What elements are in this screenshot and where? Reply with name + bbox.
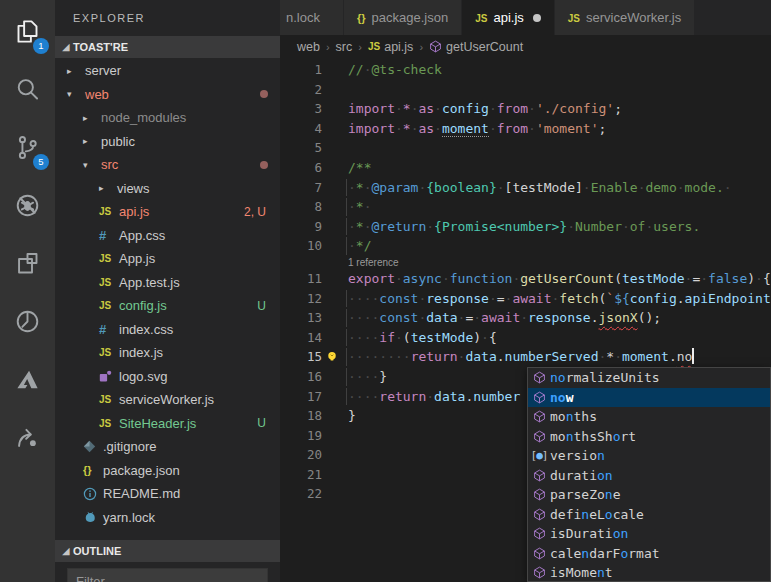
tree-item-serviceworker.js[interactable]: JSserviceWorker.js	[55, 388, 280, 412]
line-number: 1	[280, 60, 322, 80]
chevron-right-icon: ▸	[67, 66, 85, 76]
suggestion-label: isMoment	[550, 565, 613, 580]
suggestion-item-defineLocale[interactable]: defineLocale	[528, 505, 770, 525]
code-line-1[interactable]: 1//·@ts-check	[280, 60, 771, 80]
code-line-3[interactable]: 3import·*·as·config·from·'./config';	[280, 99, 771, 119]
breadcrumb-label: web	[297, 40, 320, 54]
line-number: 21	[280, 465, 322, 485]
breadcrumb-item-web[interactable]: web	[297, 40, 320, 54]
suggestion-item-now[interactable]: now	[528, 388, 770, 408]
editor-tab-package.json[interactable]: {}package.json	[344, 0, 462, 35]
text-cursor	[692, 348, 694, 364]
section-header-outline[interactable]: ◢ OUTLINE	[55, 540, 280, 562]
line-number: 14	[280, 328, 322, 348]
suggestion-item-normalizeUnits[interactable]: normalizeUnits	[528, 368, 770, 388]
suggestion-item-calendarFormat[interactable]: calendarFormat	[528, 544, 770, 564]
tree-item-index.js[interactable]: JSindex.js	[55, 341, 280, 365]
suggestion-item-version[interactable]: [●]version	[528, 446, 770, 466]
breadcrumb-label: src	[336, 40, 353, 54]
code-line-6[interactable]: 6/**	[280, 158, 771, 178]
editor-tab-serviceworker.js[interactable]: JSserviceWorker.js	[555, 0, 695, 35]
tree-item-label: views	[117, 181, 150, 196]
activity-item-debug[interactable]	[0, 178, 55, 236]
symbol-method-icon	[528, 410, 550, 423]
tree-item-readme.md[interactable]: README.md	[55, 482, 280, 506]
tree-item-label: server	[85, 63, 121, 78]
activity-item-source-control[interactable]: 5	[0, 120, 55, 178]
tree-item-logo.svg[interactable]: logo.svg	[55, 365, 280, 389]
line-number: 3	[280, 99, 322, 119]
activity-item-azure[interactable]	[0, 352, 55, 410]
tree-item-config.js[interactable]: JSconfig.jsU	[55, 294, 280, 318]
tree-item-label: logo.svg	[119, 369, 167, 384]
code-line-7[interactable]: 7·*·@param·{boolean}·[testMode]·Enable·d…	[280, 178, 771, 198]
code-line-content: ·*/	[348, 236, 371, 256]
breadcrumb-item-src[interactable]: src	[336, 40, 353, 54]
code-line-8[interactable]: 8·*·	[280, 197, 771, 217]
activity-item-explorer[interactable]: 1	[0, 4, 55, 62]
suggestion-item-isMoment[interactable]: isMoment	[528, 563, 770, 582]
tree-item-label: public	[101, 134, 135, 149]
line-number: 7	[280, 178, 322, 198]
breadcrumb-item-getusercount[interactable]: getUserCount	[429, 40, 523, 54]
code-line-content: }	[348, 406, 356, 426]
tree-item-app.js[interactable]: JSApp.js	[55, 247, 280, 271]
suggestion-item-monthsShort[interactable]: monthsShort	[528, 427, 770, 447]
editor-tab-api.js[interactable]: JSapi.js	[462, 0, 555, 35]
tree-item-views[interactable]: ▸views	[55, 177, 280, 201]
line-number: 17	[280, 387, 322, 407]
activity-item-share[interactable]	[0, 410, 55, 468]
code-line-15[interactable]: 15········return·data.numberServed·*·mom…	[280, 347, 771, 367]
line-number: 10	[280, 236, 322, 256]
file-type-icon: JS	[99, 253, 119, 264]
breadcrumb-separator: ›	[419, 41, 423, 53]
suggestion-item-parseZone[interactable]: parseZone	[528, 485, 770, 505]
tree-item-siteheader.js[interactable]: JSSiteHeader.jsU	[55, 412, 280, 436]
suggestion-item-months[interactable]: months	[528, 407, 770, 427]
file-type-icon: JS	[99, 206, 119, 217]
tree-item-api.js[interactable]: JSapi.js2, U	[55, 200, 280, 224]
tree-item-public[interactable]: ▸public	[55, 130, 280, 154]
editor-tab-n.lock[interactable]: n.lock	[280, 0, 344, 35]
outline-filter-input[interactable]	[67, 568, 268, 582]
code-line-14[interactable]: 14····if·(testMode)·{	[280, 328, 771, 348]
code-line-5[interactable]: 5	[280, 138, 771, 158]
tree-item-web[interactable]: ▾web	[55, 83, 280, 107]
activity-item-search[interactable]	[0, 62, 55, 120]
codelens-references[interactable]: 1 reference	[280, 256, 771, 269]
tab-label: api.js	[493, 10, 523, 25]
breadcrumb-item-api.js[interactable]: JSapi.js	[368, 40, 413, 54]
tree-item-package.json[interactable]: {}package.json	[55, 459, 280, 483]
tab-label: serviceWorker.js	[586, 10, 681, 25]
code-line-2[interactable]: 2	[280, 80, 771, 100]
tree-item-app.test.js[interactable]: JSApp.test.js	[55, 271, 280, 295]
suggestion-item-duration[interactable]: duration	[528, 466, 770, 486]
tree-item-server[interactable]: ▸server	[55, 59, 280, 83]
suggestion-item-isDuration[interactable]: isDuration	[528, 524, 770, 544]
badge: 1	[33, 38, 49, 54]
tree-item-.gitignore[interactable]: .gitignore	[55, 435, 280, 459]
section-header-project[interactable]: ◢ TOAST'RE	[55, 36, 280, 58]
file-type-icon: {}	[83, 464, 103, 476]
activity-item-gauge[interactable]	[0, 294, 55, 352]
suggestion-label: now	[550, 390, 573, 405]
code-line-11[interactable]: 11export·async·function·getUserCount(tes…	[280, 269, 771, 289]
tree-item-src[interactable]: ▾src	[55, 153, 280, 177]
code-line-9[interactable]: 9·*·@return·{Promise<number>}·Number·of·…	[280, 217, 771, 237]
tree-item-label: api.js	[119, 204, 149, 219]
dirty-indicator-icon[interactable]	[533, 14, 541, 22]
tree-item-yarn.lock[interactable]: yarn.lock	[55, 506, 280, 530]
tree-item-app.css[interactable]: #App.css	[55, 224, 280, 248]
code-line-13[interactable]: 13····const·data·=·await·response.jsonX(…	[280, 308, 771, 328]
vscode-window: 15 EXPLORER ◢ TOAST'RE ▸server▾web▸node_…	[0, 0, 771, 582]
share-arrow-icon	[14, 424, 41, 455]
lightbulb-icon[interactable]	[324, 349, 340, 365]
code-line-4[interactable]: 4import·*·as·moment·from·'moment';	[280, 119, 771, 139]
problems-dot	[260, 90, 268, 98]
tree-item-index.css[interactable]: #index.css	[55, 318, 280, 342]
activity-item-extensions[interactable]	[0, 236, 55, 294]
git-status-badge: U	[257, 299, 266, 313]
code-line-10[interactable]: 10·*/	[280, 236, 771, 256]
tree-item-node-modules[interactable]: ▸node_modules	[55, 106, 280, 130]
code-line-12[interactable]: 12····const·response·=·await·fetch(`${co…	[280, 289, 771, 309]
